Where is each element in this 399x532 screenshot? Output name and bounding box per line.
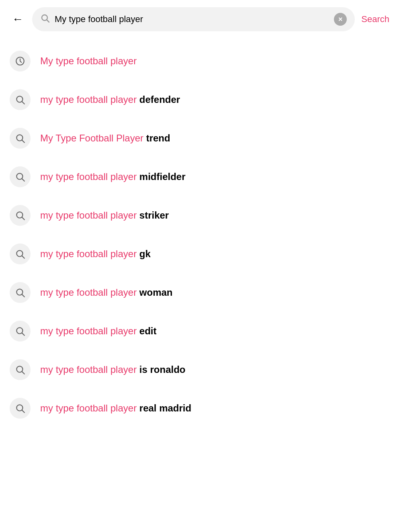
suggestion-highlight: my type football player [40, 325, 139, 336]
search-header: ← × Search [0, 0, 399, 39]
suggestion-highlight: my type football player [40, 210, 139, 221]
suggestion-normal: striker [139, 210, 169, 221]
suggestion-highlight: My Type Football Player [40, 133, 146, 143]
suggestion-highlight: my type football player [40, 403, 139, 413]
search-icon-circle [10, 89, 31, 110]
search-icon-circle [10, 321, 31, 342]
search-icon [15, 287, 25, 298]
suggestion-item[interactable]: My Type Football Player trend [0, 119, 399, 158]
suggestion-item[interactable]: my type football player real madrid [0, 389, 399, 428]
svg-line-16 [22, 333, 25, 336]
suggestion-normal: woman [139, 287, 173, 298]
search-icon-circle [10, 128, 31, 149]
suggestion-item[interactable]: my type football player gk [0, 235, 399, 273]
suggestion-highlight: my type football player [40, 248, 139, 259]
suggestion-highlight: my type football player [40, 94, 139, 105]
suggestion-normal: defender [139, 94, 180, 105]
suggestion-text: my type football player gk [40, 248, 151, 260]
svg-line-18 [22, 372, 25, 374]
suggestion-text: my type football player real madrid [40, 402, 191, 414]
svg-line-1 [47, 20, 49, 23]
suggestion-text: My type football player [40, 55, 137, 67]
suggestion-normal: trend [146, 133, 170, 143]
search-icon-circle [10, 243, 31, 264]
suggestion-item[interactable]: my type football player midfielder [0, 158, 399, 196]
suggestion-normal: real madrid [139, 403, 191, 413]
clock-icon-circle [10, 51, 31, 72]
suggestion-item[interactable]: my type football player woman [0, 273, 399, 312]
search-icon [15, 94, 25, 105]
suggestion-item[interactable]: my type football player is ronaldo [0, 350, 399, 389]
svg-line-20 [22, 410, 25, 413]
suggestion-item[interactable]: my type football player striker [0, 196, 399, 235]
svg-line-6 [22, 140, 25, 143]
suggestion-text: my type football player woman [40, 286, 172, 299]
suggestions-list: My type football player my type football… [0, 39, 399, 431]
search-icon [15, 326, 25, 336]
back-arrow-icon: ← [12, 13, 23, 26]
suggestion-text: My Type Football Player trend [40, 132, 170, 144]
suggestion-normal: is ronaldo [139, 364, 186, 375]
search-icon-circle [10, 205, 31, 226]
search-icon-circle [10, 398, 31, 419]
search-icon [15, 364, 25, 375]
suggestion-text: my type football player midfielder [40, 170, 186, 183]
svg-line-12 [22, 256, 25, 258]
search-icon [15, 249, 25, 259]
svg-line-8 [22, 179, 25, 181]
suggestion-text: my type football player is ronaldo [40, 363, 185, 376]
clear-button[interactable]: × [334, 13, 347, 26]
svg-line-10 [22, 217, 25, 220]
suggestion-item[interactable]: My type football player [0, 42, 399, 80]
suggestion-text: my type football player edit [40, 325, 156, 337]
suggestion-normal: gk [139, 248, 151, 259]
svg-line-4 [22, 102, 25, 104]
search-icon-circle [10, 359, 31, 380]
svg-line-14 [22, 295, 25, 297]
search-icon [15, 133, 25, 143]
search-button[interactable]: Search [360, 14, 391, 25]
suggestion-highlight: My type football player [40, 55, 137, 66]
search-input[interactable] [55, 14, 329, 25]
suggestion-text: my type football player striker [40, 209, 169, 221]
search-icon [40, 13, 50, 25]
search-icon-circle [10, 166, 31, 187]
search-bar: × [32, 7, 355, 31]
suggestion-highlight: my type football player [40, 287, 139, 298]
clock-icon [15, 56, 25, 66]
suggestion-highlight: my type football player [40, 171, 139, 182]
clear-icon: × [338, 16, 343, 23]
search-icon-circle [10, 282, 31, 303]
suggestion-normal: edit [139, 325, 157, 336]
search-icon [15, 172, 25, 182]
search-icon [15, 210, 25, 221]
back-button[interactable]: ← [8, 10, 27, 29]
suggestion-item[interactable]: my type football player edit [0, 312, 399, 350]
suggestion-highlight: my type football player [40, 364, 139, 375]
suggestion-item[interactable]: my type football player defender [0, 80, 399, 119]
suggestion-text: my type football player defender [40, 93, 180, 106]
search-icon [15, 403, 25, 413]
suggestion-normal: midfielder [139, 171, 186, 182]
